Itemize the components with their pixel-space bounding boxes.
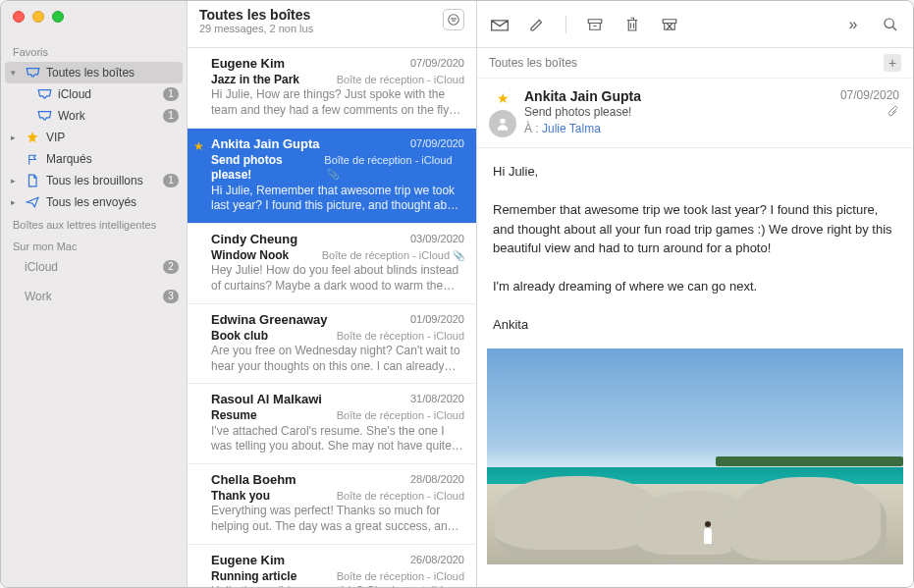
sidebar-section-favorites: Favoris	[1, 40, 187, 62]
subject: Send photos please!	[211, 153, 324, 184]
sender-name[interactable]: Ankita Jain Gupta	[524, 88, 831, 104]
sender: Eugene Kim	[211, 553, 285, 569]
preview: Are you free on Wednesday night? Can't w…	[211, 344, 464, 374]
sidebar-item-drafts[interactable]: ▸ Tous les brouillons 1	[1, 170, 187, 191]
sidebar-section-smart: Boîtes aux lettres intelligentes	[1, 213, 187, 235]
sender: Chella Boehm	[211, 472, 296, 489]
chevron-right-icon[interactable]: ▸	[7, 133, 19, 142]
vip-star-icon[interactable]: ★	[497, 90, 510, 106]
date: 28/08/2020	[410, 472, 464, 489]
document-icon	[25, 174, 40, 187]
reply-button[interactable]	[489, 15, 511, 34]
paperplane-icon	[25, 196, 40, 208]
subject: Thank you	[211, 489, 270, 505]
sidebar-label: iCloud	[58, 87, 157, 101]
subject: Window Nook	[211, 248, 289, 264]
sidebar-item-work-inbox[interactable]: Work 1	[1, 105, 187, 127]
zoom-window-button[interactable]	[52, 11, 64, 23]
preview: Hello there, did you see this? Chad was …	[211, 584, 464, 587]
sidebar-item-vip[interactable]: ▸ VIP	[1, 127, 187, 148]
mailbox-label: Boîte de réception - iCloud	[337, 569, 464, 585]
breadcrumb-label: Toutes les boîtes	[489, 56, 577, 70]
sender: Cindy Cheung	[211, 232, 297, 248]
mailbox-label: Boîte de réception - iCloud	[337, 329, 464, 345]
sender-avatar[interactable]	[489, 110, 516, 137]
subject: Book club	[211, 329, 268, 345]
message-list-item[interactable]: Cindy Cheung03/09/2020Window NookBoîte d…	[188, 224, 476, 304]
date: 07/09/2020	[410, 56, 464, 73]
message-list-item[interactable]: Rasoul Al Malkawi31/08/2020ResumeBoîte d…	[188, 384, 476, 464]
sidebar-label: Marqués	[46, 152, 179, 166]
sidebar-label: Work	[58, 109, 157, 123]
compose-button[interactable]	[526, 15, 548, 34]
message-list-pane: Toutes les boîtes 29 messages, 2 non lus…	[188, 1, 477, 587]
mailbox-label: Boîte de réception - iCloud📎	[324, 153, 464, 184]
sender: Rasoul Al Malkawi	[211, 392, 322, 408]
preview: I've attached Carol's resume. She's the …	[211, 424, 464, 454]
message-list-item[interactable]: Chella Boehm28/08/2020Thank youBoîte de …	[188, 464, 476, 545]
sidebar-item-sent[interactable]: ▸ Tous les envoyés	[1, 191, 187, 213]
unread-badge: 1	[163, 109, 179, 123]
sidebar-label: VIP	[46, 131, 179, 144]
window-controls	[13, 11, 64, 23]
message-list-item[interactable]: Eugene Kim07/09/2020Jazz in the ParkBoît…	[188, 48, 476, 129]
mailboxes-sidebar: Favoris ▾ Toutes les boîtes iCloud 1 Wor…	[1, 1, 188, 587]
filter-button[interactable]	[443, 9, 464, 30]
subject: Jazz in the Park	[211, 73, 299, 88]
attachment-icon[interactable]	[843, 105, 899, 121]
message-header: ★ Ankita Jain Gupta Send photos please! …	[477, 79, 913, 148]
minimize-window-button[interactable]	[32, 11, 44, 23]
attachment-icon: 📎	[327, 169, 339, 180]
sidebar-account-work[interactable]: Work 3	[1, 286, 187, 307]
date: 07/09/2020	[410, 136, 464, 153]
count-badge: 1	[163, 174, 179, 187]
count-badge: 2	[163, 260, 179, 274]
more-toolbar-button[interactable]: »	[842, 15, 864, 34]
add-related-button[interactable]: +	[884, 54, 901, 72]
mailbox-title: Toutes les boîtes	[199, 7, 313, 23]
chevron-right-icon[interactable]: ▸	[7, 176, 19, 186]
message-reader-pane: » Toutes les boîtes + ★ Ankita Jain Gupt…	[477, 1, 913, 587]
preview: Everything was perfect! Thanks so much f…	[211, 504, 464, 534]
sender: Eugene Kim	[211, 56, 285, 73]
toolbar-divider	[565, 16, 566, 33]
recipient-name[interactable]: Julie Talma	[542, 122, 601, 135]
recipient-line: À : Julie Talma	[524, 122, 831, 135]
message-list-header: Toutes les boîtes 29 messages, 2 non lus	[188, 1, 476, 48]
flag-icon	[25, 153, 40, 166]
svg-point-2	[500, 119, 505, 124]
mailbox-label: Boîte de réception - iCloud📎	[322, 248, 464, 264]
sender: Edwina Greenaway	[211, 312, 328, 329]
chevron-down-icon[interactable]: ▾	[7, 68, 19, 78]
inbox-tray-icon	[36, 88, 52, 100]
message-list-item[interactable]: ★Ankita Jain Gupta07/09/2020Send photos …	[188, 129, 476, 224]
message-attachment-image[interactable]	[487, 348, 903, 564]
close-window-button[interactable]	[13, 11, 25, 23]
date: 31/08/2020	[410, 392, 464, 408]
message-date: 07/09/2020	[840, 88, 899, 102]
inbox-tray-icon	[25, 67, 40, 79]
unread-badge: 1	[163, 87, 179, 101]
junk-button[interactable]	[659, 15, 680, 34]
sidebar-account-icloud[interactable]: iCloud 2	[1, 256, 187, 278]
preview: Hey Julie! How do you feel about blinds …	[211, 263, 464, 294]
message-list[interactable]: Eugene Kim07/09/2020Jazz in the ParkBoît…	[188, 48, 476, 587]
message-list-item[interactable]: Edwina Greenaway01/09/2020Book clubBoîte…	[188, 304, 476, 385]
sidebar-item-flagged[interactable]: Marqués	[1, 148, 187, 170]
inbox-tray-icon	[36, 110, 52, 122]
sidebar-item-icloud-inbox[interactable]: iCloud 1	[1, 83, 187, 105]
search-button[interactable]	[880, 15, 901, 34]
svg-point-0	[449, 15, 459, 26]
message-list-item[interactable]: Eugene Kim26/08/2020Running articleBoîte…	[188, 545, 476, 587]
archive-button[interactable]	[584, 15, 606, 34]
mailbox-label: Boîte de réception - iCloud	[337, 73, 464, 88]
sidebar-item-all-inboxes[interactable]: ▾ Toutes les boîtes	[5, 62, 183, 83]
attachment-icon: 📎	[453, 250, 464, 261]
delete-button[interactable]	[621, 15, 643, 34]
chevron-right-icon[interactable]: ▸	[7, 197, 19, 207]
star-icon	[25, 131, 40, 144]
message-subject: Send photos please!	[524, 105, 831, 119]
sidebar-label: Toutes les boîtes	[46, 66, 175, 80]
sidebar-label: Tous les envoyés	[46, 195, 179, 209]
mailbox-status: 29 messages, 2 non lus	[199, 23, 313, 34]
